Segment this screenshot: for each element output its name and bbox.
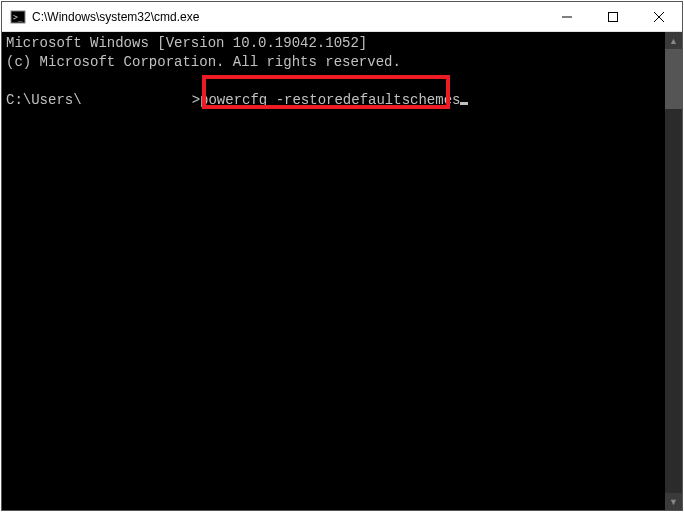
maximize-button[interactable]: [590, 2, 636, 31]
vertical-scrollbar[interactable]: ▲ ▼: [665, 32, 682, 510]
window-title: C:\Windows\system32\cmd.exe: [32, 10, 544, 24]
text-cursor: [460, 102, 468, 105]
copyright-line: (c) Microsoft Corporation. All rights re…: [6, 54, 401, 70]
cmd-window: >_ C:\Windows\system32\cmd.exe Microsoft…: [1, 1, 683, 511]
cmd-icon: >_: [10, 9, 26, 25]
scroll-up-button[interactable]: ▲: [665, 32, 682, 49]
scroll-down-button[interactable]: ▼: [665, 493, 682, 510]
redacted-username: [82, 93, 192, 107]
prompt-prefix: C:\Users\: [6, 92, 82, 108]
client-area: Microsoft Windows [Version 10.0.19042.10…: [2, 32, 682, 510]
terminal-output[interactable]: Microsoft Windows [Version 10.0.19042.10…: [2, 32, 665, 510]
titlebar[interactable]: >_ C:\Windows\system32\cmd.exe: [2, 2, 682, 32]
prompt-suffix: >: [192, 92, 200, 108]
minimize-button[interactable]: [544, 2, 590, 31]
scroll-thumb[interactable]: [665, 49, 682, 109]
svg-rect-3: [609, 12, 618, 21]
svg-text:>_: >_: [13, 13, 23, 22]
close-button[interactable]: [636, 2, 682, 31]
typed-command: powercfg -restoredefaultschemes: [200, 92, 460, 108]
version-line: Microsoft Windows [Version 10.0.19042.10…: [6, 35, 367, 51]
window-controls: [544, 2, 682, 31]
